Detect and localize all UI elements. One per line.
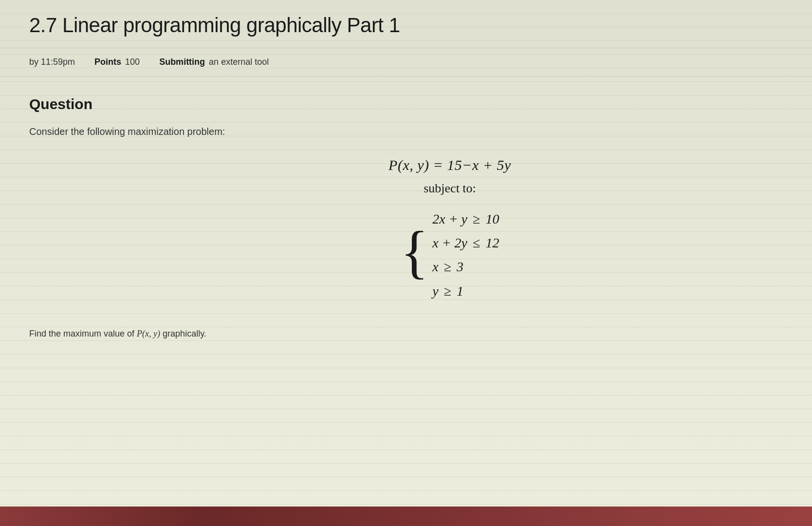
math-area: P(x, y) = 15−x + 5y subject to: { 2x + y… — [127, 157, 773, 304]
points-item: Points 100 — [94, 57, 140, 67]
submitting-label: Submitting — [159, 57, 205, 67]
obj-func-text: P — [388, 157, 398, 173]
meta-section: by 11:59pm Points 100 Submitting an exte… — [0, 48, 812, 76]
title-section: 2.7 Linear programming graphically Part … — [0, 0, 812, 48]
page-title: 2.7 Linear programming graphically Part … — [29, 14, 773, 37]
constraints-wrapper: { 2x + y ≥ 10 x + 2y ≤ 12 x ≥ 3 y ≥ 1 — [401, 206, 499, 304]
submitting-item: Submitting an external tool — [159, 57, 269, 67]
question-intro: Consider the following maximization prob… — [29, 126, 773, 137]
objective-function: P(x, y) = 15−x + 5y — [388, 157, 511, 173]
bottom-bar — [0, 507, 812, 526]
constraint-2: x + 2y ≤ 12 — [432, 233, 499, 252]
find-max-text: Find the maximum value of P(x, y) graphi… — [29, 329, 773, 339]
constraint-1: 2x + y ≥ 10 — [432, 209, 499, 228]
submitting-value: an external tool — [209, 57, 269, 67]
due-time-value: by 11:59pm — [29, 57, 75, 67]
constraints-list: 2x + y ≥ 10 x + 2y ≤ 12 x ≥ 3 y ≥ 1 — [432, 206, 499, 304]
constraint-4: y ≥ 1 — [432, 282, 499, 301]
page-container: 2.7 Linear programming graphically Part … — [0, 0, 812, 526]
constraint-3: x ≥ 3 — [432, 257, 499, 276]
main-content: Question Consider the following maximiza… — [0, 76, 812, 358]
points-label: Points — [94, 57, 121, 67]
subject-to-label: subject to: — [424, 181, 476, 196]
question-label: Question — [29, 96, 773, 113]
content-wrapper: 2.7 Linear programming graphically Part … — [0, 0, 812, 358]
points-value: 100 — [125, 57, 140, 67]
brace-left: { — [401, 201, 433, 304]
due-time-item: by 11:59pm — [29, 57, 75, 67]
find-max-func: P(x, y) — [137, 329, 160, 338]
